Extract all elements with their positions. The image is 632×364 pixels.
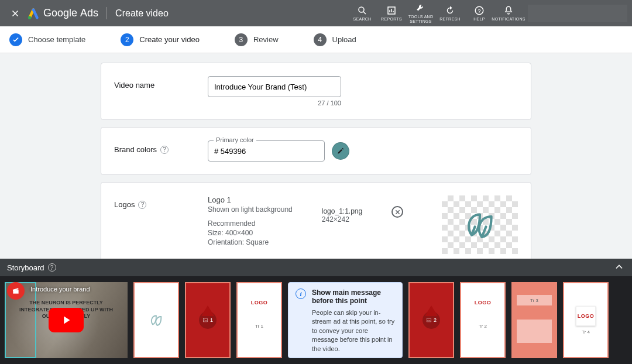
storyboard-frame[interactable]: LOGO Tr 2 — [460, 282, 506, 358]
color-picker-button[interactable] — [332, 142, 349, 160]
reports-icon — [386, 5, 397, 16]
search-tool[interactable]: SEARCH — [348, 2, 377, 25]
wrench-icon — [415, 3, 426, 13]
app-header: Google Ads Create video SEARCH REPORTS T… — [0, 0, 632, 26]
logo-dimensions: 242×242 — [322, 215, 362, 224]
storyboard-title: Storyboard — [7, 263, 44, 272]
header-placeholder — [528, 5, 627, 22]
logo-shown-on: Shown on light background — [208, 205, 293, 214]
scene-title: Introduce your brand — [30, 286, 90, 293]
svg-rect-7 — [427, 318, 431, 322]
page-title: Create video — [107, 8, 169, 19]
video-name-card: Video name 27 / 100 — [101, 63, 531, 120]
svg-text:?: ? — [478, 7, 481, 13]
step-review[interactable]: 3 Review — [235, 33, 279, 46]
info-title: Show main message before this point — [312, 289, 395, 305]
search-icon — [357, 5, 367, 16]
logo-title: Logo 1 — [208, 195, 293, 204]
refresh-icon — [445, 5, 455, 16]
brand-google: Google — [43, 7, 77, 19]
step-number: 2 — [121, 33, 133, 46]
storyboard-frame[interactable]: 2 — [408, 282, 454, 358]
play-icon — [60, 314, 73, 327]
brand-name: Google Ads — [43, 7, 107, 19]
svg-rect-6 — [203, 318, 208, 322]
storyboard-frame[interactable] — [133, 282, 179, 358]
text-slot-label: Tr 2 — [479, 324, 487, 329]
remove-logo-button[interactable] — [391, 206, 403, 218]
storyboard-header[interactable]: Storyboard ? — [0, 259, 632, 276]
close-button[interactable] — [5, 3, 26, 24]
play-button[interactable] — [49, 308, 84, 332]
text-slot-label: Tr 3 — [517, 295, 552, 305]
brand-colors-label: Brand colors ? — [114, 140, 208, 154]
storyboard-frame[interactable]: 1 — [185, 282, 231, 358]
image-slot-label: 1 — [202, 317, 213, 323]
logo-info: Logo 1 Shown on light background Recomme… — [208, 195, 293, 246]
storyboard-panel: Storyboard ? Introduce your brand THE NE… — [0, 259, 632, 364]
svg-point-1 — [359, 7, 364, 12]
content-block — [517, 320, 552, 343]
step-label: Create your video — [139, 35, 200, 44]
logo-placeholder: LOGO — [475, 300, 492, 305]
char-counter: 27 / 100 — [208, 99, 341, 107]
step-upload[interactable]: 4 Upload — [314, 33, 356, 46]
brand-ads: Ads — [80, 7, 98, 19]
step-choose-template[interactable]: Choose template — [9, 33, 85, 46]
wizard-stepper: Choose template 2 Create your video 3 Re… — [0, 26, 632, 53]
leaf-icon — [459, 204, 500, 245]
collapse-button[interactable] — [613, 261, 625, 274]
storyboard-frame[interactable]: LOGO Tr 1 — [236, 282, 282, 358]
storyboard-frame[interactable]: Tr 3 — [511, 282, 557, 358]
video-name-input[interactable] — [208, 76, 341, 97]
info-body: People can skip your in-stream ad at thi… — [312, 308, 395, 353]
tools-settings-tool[interactable]: TOOLS AND SETTINGS — [406, 2, 435, 25]
step-label: Choose template — [28, 35, 85, 44]
storyboard-strip[interactable]: Introduce your brand THE NEURON IS PERFE… — [0, 276, 632, 364]
director-badge-icon — [7, 282, 25, 300]
step-number: 4 — [314, 33, 327, 46]
image-icon — [426, 317, 432, 323]
logo-filename: logo_1:1.png — [322, 207, 362, 215]
logo-placeholder: LOGO — [251, 300, 268, 305]
logo-orientation: Orientation: Square — [208, 238, 293, 246]
bell-icon — [503, 5, 514, 16]
step-number: 3 — [235, 33, 248, 46]
logo-recommended: Recommended — [208, 219, 293, 228]
reports-tool[interactable]: REPORTS — [377, 2, 406, 25]
step-label: Upload — [332, 35, 356, 44]
info-icon: i — [296, 289, 306, 299]
brand-colors-card: Brand colors ? Primary color — [101, 127, 531, 175]
help-icon: ? — [474, 5, 485, 16]
logos-label: Logos ? — [114, 195, 208, 209]
logos-card: Logos ? Logo 1 Shown on light background… — [101, 182, 531, 267]
svg-point-0 — [28, 16, 32, 19]
image-slot-label: 2 — [426, 317, 437, 323]
help-icon[interactable]: ? — [48, 263, 56, 272]
form-cards: Video name 27 / 100 Brand colors ? Prima… — [0, 53, 632, 267]
leaf-icon — [147, 311, 165, 329]
logo-size: Size: 400×400 — [208, 229, 293, 237]
refresh-tool[interactable]: REFRESH — [435, 2, 465, 25]
notifications-tool[interactable]: NOTIFICATIONS — [494, 2, 523, 25]
text-slot-label: Tr 1 — [255, 324, 263, 329]
text-slot-label: Tr 4 — [582, 329, 590, 335]
storyboard-info-card: i Show main message before this point Pe… — [288, 282, 403, 358]
x-icon — [394, 209, 401, 215]
video-name-label: Video name — [114, 76, 208, 90]
primary-color-floating-label: Primary color — [214, 136, 256, 143]
step-label: Review — [253, 35, 279, 44]
eyedropper-icon — [336, 147, 345, 155]
storyboard-preview-scene[interactable]: Introduce your brand THE NEURON IS PERFE… — [5, 282, 128, 358]
help-icon[interactable]: ? — [160, 146, 169, 154]
chevron-up-icon — [613, 261, 625, 273]
logo-preview — [442, 195, 518, 254]
primary-color-input[interactable] — [208, 140, 325, 162]
help-tool[interactable]: ? HELP — [465, 2, 494, 25]
help-icon[interactable]: ? — [138, 201, 146, 209]
step-create-video[interactable]: 2 Create your video — [121, 33, 200, 46]
storyboard-frame[interactable]: LOGO Tr 4 — [563, 282, 609, 358]
close-icon — [10, 8, 20, 19]
logo-box: LOGO — [576, 306, 596, 326]
check-icon — [9, 33, 22, 46]
